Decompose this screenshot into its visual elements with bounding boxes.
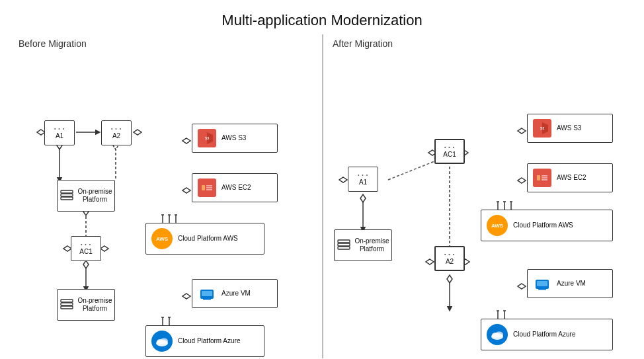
svg-marker-9 [83, 260, 89, 268]
svg-rect-59 [338, 243, 350, 246]
svg-rect-18 [61, 306, 73, 309]
db-icon-after [337, 238, 351, 253]
svg-rect-77 [540, 288, 545, 289]
svg-rect-36 [203, 299, 211, 300]
svg-marker-56 [447, 275, 452, 283]
svg-text:S3: S3 [540, 126, 544, 130]
svg-rect-14 [61, 194, 73, 196]
svg-marker-11 [101, 246, 108, 251]
before-section: Before Migration [0, 34, 322, 358]
aws-cloud-badge: AWS [151, 228, 173, 249]
svg-marker-87 [518, 178, 526, 183]
azure-cloud-badge [151, 331, 173, 352]
page-title: Multi-application Modernization [0, 0, 644, 34]
after-cloud-azure-box: Cloud Platform Azure [481, 319, 613, 350]
svg-rect-23 [202, 185, 205, 190]
after-cloud-aws-box: AWS Cloud Platform AWS [481, 210, 613, 241]
svg-rect-16 [61, 299, 73, 302]
after-title: After Migration [322, 34, 644, 49]
after-aws-s3-icon: S3 [533, 119, 551, 138]
main-container: Before Migration [0, 34, 644, 358]
svg-marker-54 [426, 259, 434, 264]
before-cloud-azure-box: Cloud Platform Azure [145, 325, 264, 357]
after-ac1-box: • • • AC1 [434, 139, 465, 164]
before-azure-vm-box: Azure VM [192, 279, 278, 308]
svg-rect-35 [204, 298, 210, 299]
svg-marker-88 [518, 284, 526, 289]
db-icon-2 [60, 298, 74, 312]
after-aws-s3-box: S3 AWS S3 [527, 114, 613, 143]
svg-marker-44 [182, 138, 190, 143]
after-azure-vm-box: Azure VM [527, 269, 613, 298]
aws-ec2-icon [198, 179, 216, 197]
svg-text:S3: S3 [205, 136, 209, 140]
svg-marker-45 [182, 188, 190, 193]
svg-rect-13 [61, 190, 73, 193]
svg-rect-60 [338, 247, 350, 249]
svg-rect-76 [537, 281, 547, 286]
after-platform: On-premisePlatform [334, 229, 392, 261]
svg-rect-15 [61, 197, 73, 200]
svg-marker-6 [134, 130, 141, 135]
svg-rect-65 [537, 175, 540, 180]
svg-marker-86 [518, 128, 526, 134]
svg-rect-17 [61, 303, 73, 305]
after-a2-box: • • • A2 [434, 246, 465, 271]
svg-rect-78 [538, 289, 546, 290]
before-a2-box: • • • A2 [101, 120, 132, 145]
before-ac1-box: • • • AC1 [71, 236, 101, 261]
svg-marker-50 [360, 194, 366, 202]
db-icon-1 [60, 188, 74, 203]
before-aws-s3-box: S3 AWS S3 [192, 124, 278, 153]
after-aws-ec2-icon [533, 169, 551, 187]
after-aws-cloud-badge: AWS [487, 215, 508, 236]
svg-marker-49 [339, 177, 347, 182]
before-aws-ec2-box: AWS EC2 [192, 173, 278, 202]
after-aws-ec2-box: AWS EC2 [527, 163, 613, 192]
after-section: After Migration [322, 34, 644, 358]
before-platform-top: On-premisePlatform [57, 180, 115, 212]
svg-line-47 [388, 160, 438, 180]
svg-rect-58 [338, 240, 350, 243]
svg-point-85 [495, 332, 503, 338]
after-arrows [322, 34, 644, 358]
svg-marker-46 [182, 294, 190, 299]
after-a1-box: • • • A1 [348, 167, 378, 192]
azure-vm-icon [198, 284, 216, 303]
svg-rect-34 [202, 291, 212, 296]
before-platform-bottom: On-premisePlatform [57, 289, 115, 321]
before-title: Before Migration [0, 34, 322, 49]
after-azure-cloud-badge [487, 324, 508, 345]
aws-s3-icon: S3 [198, 129, 216, 147]
before-cloud-aws-box: AWS Cloud Platform AWS [145, 223, 264, 255]
after-service-connectors [322, 34, 644, 358]
svg-point-43 [160, 339, 168, 344]
after-azure-vm-icon [533, 274, 551, 293]
before-a1-box: • • • A1 [44, 120, 75, 145]
